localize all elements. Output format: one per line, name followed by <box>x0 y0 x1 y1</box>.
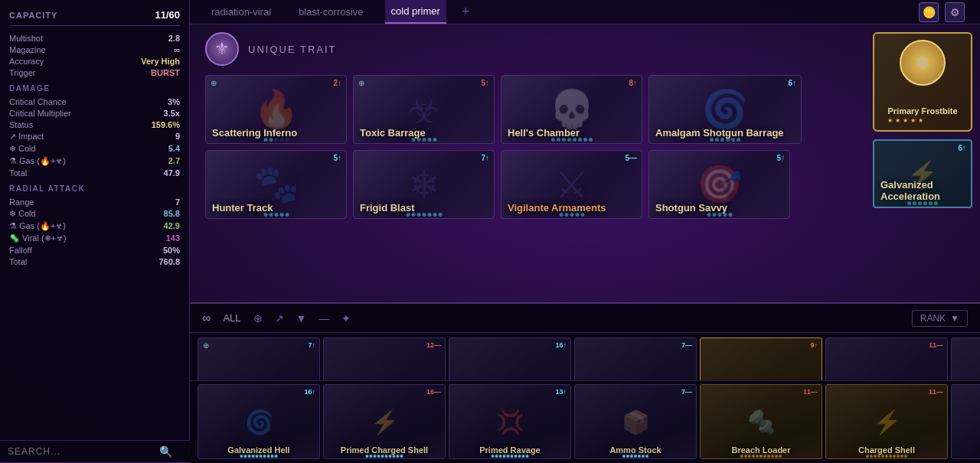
filter-icon-3[interactable]: ▼ <box>296 312 307 324</box>
lib-card-ammo-stock-2[interactable]: 📦 7— Ammo Stock <box>574 384 697 459</box>
stat-val-accuracy: Very High <box>141 57 180 66</box>
mod-card-frigid-blast[interactable]: ❄ 7↑ Frigid Blast <box>353 150 495 219</box>
polarity-toxic-barrage: ⊕ <box>358 79 364 87</box>
filter-icon-4[interactable]: — <box>318 312 329 324</box>
stat-accuracy: Accuracy Very High <box>9 55 180 67</box>
stat-label-impact: ↗ Impact <box>9 132 44 142</box>
library-toolbar: ∞ ALL ⊕ ↗ ▼ — ✦ RANK ▼ <box>190 304 980 333</box>
lib-card-breach-loader[interactable]: 🔩 11— Breach Loader <box>700 384 822 459</box>
capacity-bar: CAPACITY 11/60 <box>9 6 180 26</box>
stat-label-viral: 🦠 Viral (❄+☣) <box>9 233 67 243</box>
mod-name-scattering-inferno: Scattering Inferno <box>212 127 297 139</box>
frostbite-icon: ❄ <box>900 40 946 86</box>
main-content: ⚜ UNIQUE TRAIT 🔥 ⊕ 2↑ Scattering Inferno… <box>190 24 980 302</box>
tab-radiation-viral[interactable]: radiation-viral <box>205 0 277 24</box>
stat-magazine: Magazine ∞ <box>9 44 180 55</box>
stat-status: Status 159.6% <box>9 119 180 130</box>
stat-val-impact: 9 <box>175 132 180 142</box>
stat-val-radial-total: 760.8 <box>158 257 180 266</box>
tab-add-button[interactable]: + <box>462 4 470 20</box>
stat-range: Range 7 <box>9 196 180 207</box>
stat-viral: 🦠 Viral (❄+☣) 143 <box>9 232 180 244</box>
stat-label-status: Status <box>9 120 33 129</box>
rank-dropdown[interactable]: RANK ▼ <box>912 310 968 327</box>
mod-rank-toxic-barrage: 5↑ <box>481 79 489 87</box>
mod-card-hells-chamber[interactable]: 💀 8↑ Hell's Chamber <box>501 75 642 144</box>
frostbite-info: Primary Frostbite ★ ★ ★ ★ ★ <box>887 106 957 124</box>
filter-icon-5[interactable]: ✦ <box>341 312 351 324</box>
icon-settings[interactable]: ⚙ <box>945 2 965 22</box>
mod-card-shotgun-savvy[interactable]: 🎯 5↑ Shotgun Savvy <box>648 150 790 219</box>
mod-card-vigilante-armaments[interactable]: ⚔ 5— Vigilante Armaments <box>501 150 642 219</box>
lib-card-charged-shell[interactable]: ⚡ 11— Charged Shell <box>825 384 948 459</box>
mod-name-toxic-barrage: Toxic Barrage <box>360 127 426 139</box>
stat-val-falloff: 50% <box>163 246 180 255</box>
unique-trait-bar: ⚜ UNIQUE TRAIT <box>205 32 972 66</box>
stat-impact: ↗ Impact 9 <box>9 130 180 142</box>
lib-card-primed-charged-shell[interactable]: ⚡ 16— Primed Charged Shell <box>323 384 446 459</box>
stat-cold: ❄ Cold 5.4 <box>9 142 180 155</box>
mod-card-primary-frostbite[interactable]: ❄ Primary Frostbite ★ ★ ★ ★ ★ <box>873 32 972 132</box>
stat-label-range: Range <box>9 197 34 207</box>
mod-card-galvanized-acceleration[interactable]: ⚡ 6↑ Galvanized Acceleration <box>873 139 972 208</box>
capacity-value: 11/60 <box>155 9 180 21</box>
filter-icon-1[interactable]: ⊕ <box>253 312 263 324</box>
stat-label-falloff: Falloff <box>9 246 32 255</box>
lib-rank-fatal-acceleration: 7↑ <box>308 341 315 349</box>
lib-rank-ammo-stock-2: 7— <box>681 388 692 396</box>
mod-name-frigid-blast: Frigid Blast <box>360 202 415 214</box>
tab-cold-primer[interactable]: cold primer <box>385 0 446 24</box>
lib-name-cleanse-corpus: Cleanse Corpus <box>958 445 980 455</box>
stat-radial-cold: ❄ Cold 85.8 <box>9 207 180 220</box>
search-input[interactable] <box>8 446 153 457</box>
rank-label: RANK <box>920 313 946 324</box>
lib-name-ammo-stock-2: Ammo Stock <box>581 445 690 455</box>
stat-val-total: 47.9 <box>164 168 180 178</box>
mod-card-hunter-track[interactable]: 🐾 5↑ Hunter Track <box>205 150 347 219</box>
lib-card-primed-ravage[interactable]: 💢 13↑ Primed Ravage <box>449 384 571 459</box>
lib-dots-galvanized-hell <box>240 455 278 458</box>
lib-dots-ammo-stock-2 <box>622 455 648 458</box>
all-filter[interactable]: ALL <box>223 312 240 324</box>
mod-rank-amalgam-shotgun: 6↑ <box>788 79 796 87</box>
stat-val-cold: 5.4 <box>168 144 180 154</box>
lib-rank-primed-ravage: 13↑ <box>555 388 567 396</box>
tab-blast-corrosive[interactable]: blast-corrosive <box>292 0 370 24</box>
lib-card-galvanized-hell[interactable]: 🌀 16↑ Galvanized Hell <box>198 384 320 459</box>
lib-dots-breach-loader <box>740 455 782 458</box>
icon-coin[interactable]: 🪙 <box>919 2 939 22</box>
stat-val-radial-cold: 85.8 <box>164 209 180 219</box>
search-bar[interactable]: 🔍 <box>0 440 190 463</box>
stat-val-crit-chance: 3% <box>168 97 180 106</box>
stat-val-status: 159.6% <box>152 120 180 129</box>
infinity-icon: ∞ <box>202 311 211 325</box>
filter-icon-2[interactable]: ↗ <box>275 312 284 324</box>
lib-dots-primed-ravage <box>492 455 529 458</box>
stat-label-crit-chance: Critical Chance <box>9 97 67 106</box>
mod-card-scattering-inferno[interactable]: 🔥 ⊕ 2↑ Scattering Inferno <box>205 75 347 144</box>
stat-val-multishot: 2.8 <box>168 34 180 43</box>
lib-card-cleanse-corpus[interactable]: ✨ 11— Cleanse Corpus <box>951 384 980 459</box>
stat-label-total: Total <box>9 168 27 178</box>
dropdown-chevron-icon: ▼ <box>950 313 959 324</box>
lib-rank-blunderbuss: 9↑ <box>810 341 818 349</box>
lib-rank-galvanized-hell: 16↑ <box>304 388 315 396</box>
stats-panel: CAPACITY 11/60 Multishot 2.8 Magazine ∞ … <box>0 0 190 463</box>
mod-rank-galvanized-acceleration: 6↑ <box>958 144 966 152</box>
mod-name-hells-chamber: Hell's Chamber <box>508 127 580 139</box>
polarity-scattering-inferno: ⊕ <box>211 79 217 87</box>
mod-card-toxic-barrage[interactable]: ☣ ⊕ 5↑ Toxic Barrage <box>353 75 495 144</box>
stat-label-magazine: Magazine <box>9 45 46 54</box>
damage-header: DAMAGE <box>9 84 180 93</box>
frostbite-stars: ★ ★ ★ ★ ★ <box>887 117 957 124</box>
stat-multishot: Multishot 2.8 <box>9 32 180 44</box>
stat-crit-mult: Critical Multiplier 3.5x <box>9 107 180 119</box>
lib-name-charged-shell: Charged Shell <box>832 445 941 455</box>
mod-card-amalgam-shotgun[interactable]: 🌀 6↑ Amalgam Shotgun Barrage <box>648 75 802 144</box>
lib-polarity-fatal-acceleration: ⊕ <box>203 341 209 350</box>
stat-label-radial-cold: ❄ Cold <box>9 209 36 219</box>
stat-val-viral: 143 <box>166 233 180 243</box>
radial-header: RADIAL ATTACK <box>9 184 180 193</box>
stat-label-crit-mult: Critical Multiplier <box>9 109 71 118</box>
mod-rank-shotgun-savvy: 5↑ <box>776 154 785 162</box>
